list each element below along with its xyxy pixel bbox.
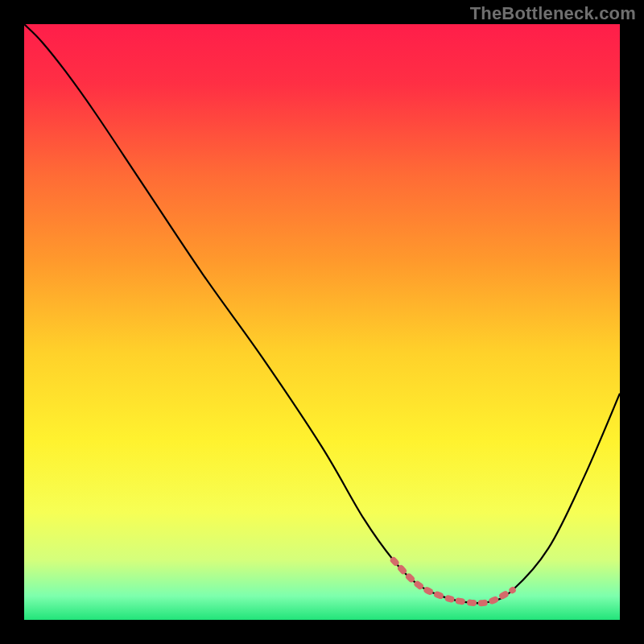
gradient-background [24, 24, 620, 620]
watermark-text: TheBottleneck.com [470, 3, 636, 24]
bottleneck-chart [24, 24, 620, 620]
chart-frame: TheBottleneck.com [0, 0, 644, 644]
